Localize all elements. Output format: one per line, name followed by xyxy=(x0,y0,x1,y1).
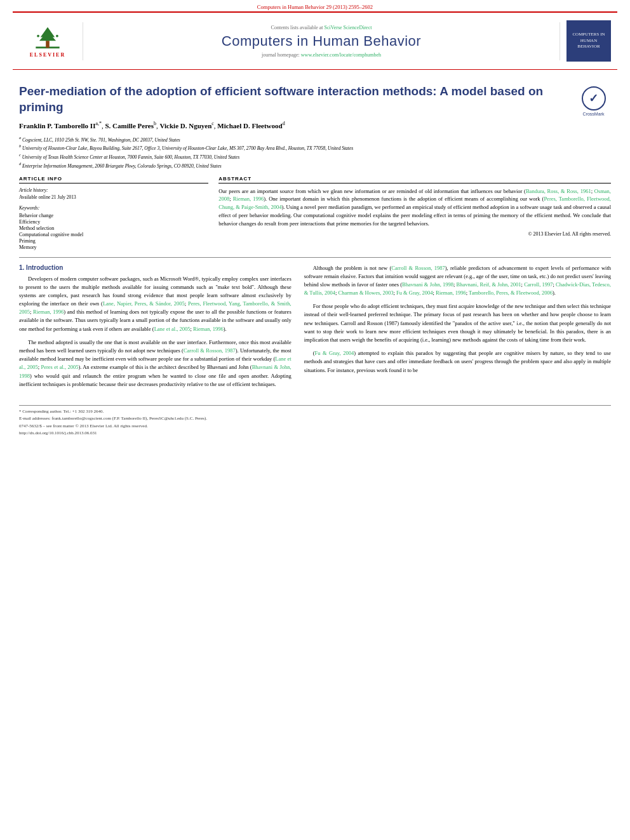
body-para-2: The method adopted is usually the one th… xyxy=(19,338,292,389)
keyword-6: Memory xyxy=(19,244,208,250)
elsevier-text: ELSEVIER xyxy=(30,52,65,58)
authors-line: Franklin P. Tamborello IIa,*, S. Camille… xyxy=(19,120,611,131)
abstract-text: Our peers are an important source from w… xyxy=(218,187,611,228)
author-2: S. Camille Peres xyxy=(105,122,154,130)
footer-star-note: * Corresponding author. Tel.: +1 302 319… xyxy=(19,408,611,415)
ref-bhavnani2001[interactable]: Bhavnani, Reif, & John, 2001 xyxy=(457,281,521,288)
abstract-header: ABSTRACT xyxy=(218,176,611,183)
author-4: Michael D. Fleetwood xyxy=(217,122,282,130)
body-para-3: Although the problem is not new (Carroll… xyxy=(304,264,611,298)
body-section: 1. Introduction Developers of modern com… xyxy=(19,264,611,394)
ref-carroll1987[interactable]: Carroll & Rosson, 1987 xyxy=(184,347,236,354)
author-1-sup: a,* xyxy=(95,121,102,126)
keyword-4: Computational cognitive model xyxy=(19,232,208,237)
affiliations: a Cogscient, LLC, 1010 25th St. NW, Ste.… xyxy=(19,135,611,170)
body-para-5: (Fu & Gray, 2004) attempted to explain t… xyxy=(304,349,611,375)
affiliation-d: d Enterprise Information Management, 206… xyxy=(19,161,611,170)
svg-rect-1 xyxy=(46,41,50,48)
ref-peres2004[interactable]: Peres, Tamborello, Fleetwood, Chung, & P… xyxy=(218,196,611,210)
keywords-label: Keywords: xyxy=(19,205,208,211)
author-4-sup: d xyxy=(283,121,285,126)
elsevier-logo-area: ELSEVIER xyxy=(13,22,83,60)
article-title-section: Peer-mediation of the adoption of effici… xyxy=(19,84,611,115)
journal-header-box: ELSEVIER Contents lists available at Sci… xyxy=(13,11,617,70)
ref-carroll1987b[interactable]: Carroll & Rosson, 1987 xyxy=(391,265,445,271)
crossmark-badge: ✓ CrossMark xyxy=(576,84,611,119)
ref-tamborello2006[interactable]: Tamborello, Peres, & Fleetwood, 2006 xyxy=(469,290,553,296)
svg-point-4 xyxy=(37,35,39,37)
right-journal-logo: COMPUTERS IN HUMAN BEHAVIOR xyxy=(566,20,611,62)
info-abstract-section: ARTICLE INFO Article history: Available … xyxy=(19,176,611,251)
sciverse-link[interactable]: SciVerse ScienceDirect xyxy=(325,25,372,30)
crossmark-label: CrossMark xyxy=(583,112,605,116)
body-para-1: Developers of modern computer software p… xyxy=(19,275,292,333)
affiliation-c: c University of Texas Health Science Cen… xyxy=(19,152,611,161)
author-3-sup: c xyxy=(211,121,214,126)
crossmark-icon: ✓ xyxy=(582,86,606,110)
ref-lane2005[interactable]: Lane, Napier, Peres, & Sándor, 2005 xyxy=(103,300,185,307)
ref-charman2003[interactable]: Charman & Howes, 2003 xyxy=(338,290,394,296)
contents-line: Contents lists available at SciVerse Sci… xyxy=(90,25,553,30)
article-info-header: ARTICLE INFO xyxy=(19,176,208,183)
section-1-heading: 1. Introduction xyxy=(19,264,292,271)
footer-doi: http://dx.doi.org/10.1016/j.chb.2013.06.… xyxy=(19,430,611,437)
abstract-col: ABSTRACT Our peers are an important sour… xyxy=(218,176,611,251)
ref-bhavnani1998b[interactable]: Bhavnani & John, 1998 xyxy=(402,281,453,288)
ref-rieman1996[interactable]: Rieman, 1996 xyxy=(33,309,64,315)
available-online: Available online 21 July 2013 xyxy=(19,194,208,200)
author-3: Vickie D. Nguyen xyxy=(159,122,211,130)
homepage-url[interactable]: www.elsevier.com/locate/comphumbeh xyxy=(301,52,381,58)
svg-point-5 xyxy=(56,35,58,37)
ref-lane2005b[interactable]: Lane et al., 2005 xyxy=(154,326,191,332)
ref-fu2004b[interactable]: Fu & Gray, 2004 xyxy=(315,350,354,356)
ref-fu2004[interactable]: Fu & Gray, 2004 xyxy=(396,290,433,296)
body-right-col: Although the problem is not new (Carroll… xyxy=(304,264,611,394)
body-left-col: 1. Introduction Developers of modern com… xyxy=(19,264,292,394)
keyword-3: Method selection xyxy=(19,225,208,231)
keyword-1: Behavior change xyxy=(19,213,208,218)
author-1: Franklin P. Tamborello II xyxy=(19,122,95,130)
journal-header-center: Contents lists available at SciVerse Sci… xyxy=(83,22,560,60)
journal-title: Computers in Human Behavior xyxy=(90,33,553,50)
affiliation-b: b University of Houston-Clear Lake, Bayo… xyxy=(19,143,611,152)
right-logo-area: COMPUTERS IN HUMAN BEHAVIOR xyxy=(560,18,617,64)
journal-homepage: journal homepage: www.elsevier.com/locat… xyxy=(90,52,553,58)
ref-rieman1[interactable]: Rieman, 1996 xyxy=(233,196,264,202)
paper-content: Peer-mediation of the adoption of effici… xyxy=(19,70,611,400)
keyword-2: Efficiency xyxy=(19,219,208,225)
right-logo-text: COMPUTERS IN HUMAN BEHAVIOR xyxy=(569,32,608,50)
body-para-4: For those people who do adopt efficient … xyxy=(304,302,611,344)
author-2-sup: b xyxy=(154,121,156,126)
affiliation-a: a Cogscient, LLC, 1010 25th St. NW, Ste.… xyxy=(19,135,611,143)
footer-issn: 0747-5632/$ – see front matter © 2013 El… xyxy=(19,423,611,430)
footer-email-note: E-mail addresses: frank.tamborello@cogsc… xyxy=(19,415,611,422)
elsevier-tree-icon xyxy=(29,24,67,51)
journal-ref: Computers in Human Behavior 29 (2013) 25… xyxy=(0,0,630,11)
ref-rieman1996c[interactable]: Rieman, 1996 xyxy=(436,290,466,296)
keyword-5: Priming xyxy=(19,238,208,244)
article-title: Peer-mediation of the adoption of effici… xyxy=(19,84,560,115)
ref-bandura[interactable]: Bandura, Ross, & Ross, 1961 xyxy=(526,188,591,194)
abstract-copyright: © 2013 Elsevier Ltd. All rights reserved… xyxy=(218,231,611,237)
ref-peres2005b[interactable]: Peres et al., 2005 xyxy=(41,364,78,370)
ref-carroll1997[interactable]: Carroll, 1997 xyxy=(524,281,553,288)
article-info-col: ARTICLE INFO Article history: Available … xyxy=(19,176,208,251)
history-label: Article history: xyxy=(19,187,208,193)
ref-rieman1996b[interactable]: Rieman, 1996 xyxy=(193,326,224,332)
footer: * Corresponding author. Tel.: +1 302 319… xyxy=(19,405,611,440)
section-divider xyxy=(19,257,611,258)
